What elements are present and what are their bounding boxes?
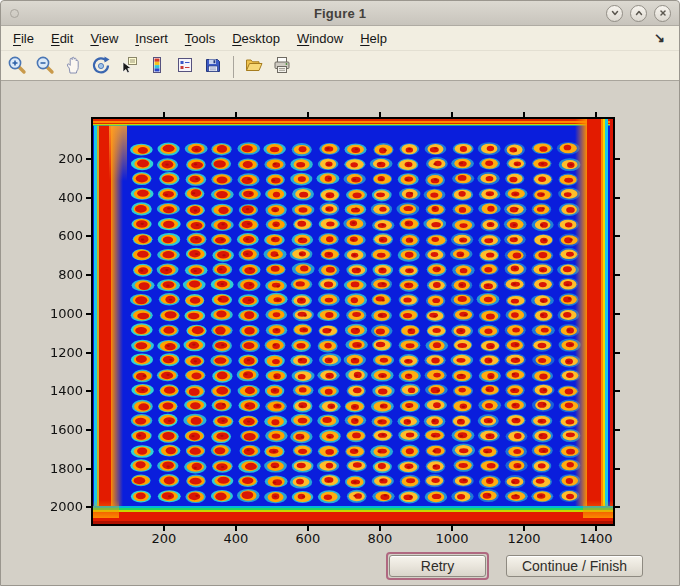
pan-icon [63, 55, 83, 78]
chevron-down-icon [610, 6, 620, 21]
x-tick-label: 800 [358, 531, 402, 546]
tick-mark [86, 313, 91, 315]
tick-mark [307, 112, 309, 117]
tick-mark [615, 158, 620, 160]
y-tick-label: 2000 [35, 499, 83, 514]
print-button[interactable] [270, 55, 294, 79]
tick-mark [615, 352, 620, 354]
menu-file[interactable]: File [13, 31, 34, 46]
figure-window: Figure 1 FileEditViewInsertToolsDesktopW… [0, 0, 680, 586]
tick-mark [86, 158, 91, 160]
y-tick-label: 1200 [35, 345, 83, 360]
toolbar-separator [233, 56, 234, 78]
menu-help[interactable]: Help [360, 31, 387, 46]
tick-mark [235, 112, 237, 117]
x-tick-label: 600 [286, 531, 330, 546]
data-cursor-icon [119, 55, 139, 78]
x-tick-label: 400 [214, 531, 258, 546]
print-icon [272, 55, 292, 78]
x-tick-label: 1000 [430, 531, 474, 546]
retry-button[interactable]: Retry [389, 555, 486, 577]
titlebar: Figure 1 [1, 1, 679, 26]
tick-mark [615, 313, 620, 315]
figure-toolbar [1, 51, 679, 81]
plot-image[interactable] [91, 117, 615, 526]
y-tick-label: 1000 [35, 306, 83, 321]
tick-mark [163, 112, 165, 117]
menu-window[interactable]: Window [297, 31, 343, 46]
tick-mark [86, 506, 91, 508]
tick-mark [615, 429, 620, 431]
menu-tools[interactable]: Tools [185, 31, 215, 46]
x-tick-label: 1200 [502, 531, 546, 546]
tick-mark [86, 274, 91, 276]
dock-figure-icon[interactable]: ↘ [654, 30, 665, 45]
minimize-button[interactable] [606, 5, 623, 22]
legend-button[interactable] [173, 55, 197, 79]
rotate-3d-button[interactable] [89, 55, 113, 79]
tick-mark [615, 274, 620, 276]
colorbar-icon [147, 55, 167, 78]
tick-mark [615, 390, 620, 392]
y-tick-label: 400 [35, 190, 83, 205]
legend-icon [175, 55, 195, 78]
window-controls [606, 5, 671, 22]
tick-mark [615, 235, 620, 237]
y-tick-label: 1800 [35, 461, 83, 476]
y-tick-label: 800 [35, 267, 83, 282]
zoom-out-button[interactable] [33, 55, 57, 79]
x-tick-label: 200 [142, 531, 186, 546]
save-button[interactable] [201, 55, 225, 79]
tick-mark [86, 197, 91, 199]
y-tick-label: 1400 [35, 383, 83, 398]
y-tick-label: 200 [35, 151, 83, 166]
tick-mark [451, 112, 453, 117]
colorbar-button[interactable] [145, 55, 169, 79]
tick-mark [523, 112, 525, 117]
tick-mark [86, 468, 91, 470]
y-tick-label: 1600 [35, 422, 83, 437]
zoom-out-icon [35, 55, 55, 78]
tick-mark [86, 352, 91, 354]
x-icon [658, 6, 668, 21]
open-icon [244, 55, 264, 78]
tick-mark [86, 235, 91, 237]
window-title: Figure 1 [1, 6, 679, 21]
tick-mark [615, 197, 620, 199]
open-button[interactable] [242, 55, 266, 79]
tick-mark [379, 112, 381, 117]
menubar: FileEditViewInsertToolsDesktopWindowHelp [1, 26, 679, 51]
zoom-in-button[interactable] [5, 55, 29, 79]
menu-edit[interactable]: Edit [51, 31, 73, 46]
tick-mark [615, 506, 620, 508]
data-cursor-button[interactable] [117, 55, 141, 79]
maximize-button[interactable] [630, 5, 647, 22]
chevron-up-icon [634, 6, 644, 21]
close-button[interactable] [654, 5, 671, 22]
retry-button-focus-ring: Retry [386, 552, 489, 580]
menu-desktop[interactable]: Desktop [232, 31, 280, 46]
tick-mark [86, 429, 91, 431]
menu-view[interactable]: View [90, 31, 118, 46]
tick-mark [595, 112, 597, 117]
pan-button[interactable] [61, 55, 85, 79]
menu-insert[interactable]: Insert [135, 31, 168, 46]
window-icon [10, 9, 19, 18]
tick-mark [86, 390, 91, 392]
y-tick-label: 600 [35, 228, 83, 243]
save-icon [203, 55, 223, 78]
zoom-in-icon [7, 55, 27, 78]
rotate-3d-icon [91, 55, 111, 78]
continue-finish-button[interactable]: Continue / Finish [506, 555, 643, 577]
x-tick-label: 1400 [574, 531, 618, 546]
tick-mark [615, 468, 620, 470]
